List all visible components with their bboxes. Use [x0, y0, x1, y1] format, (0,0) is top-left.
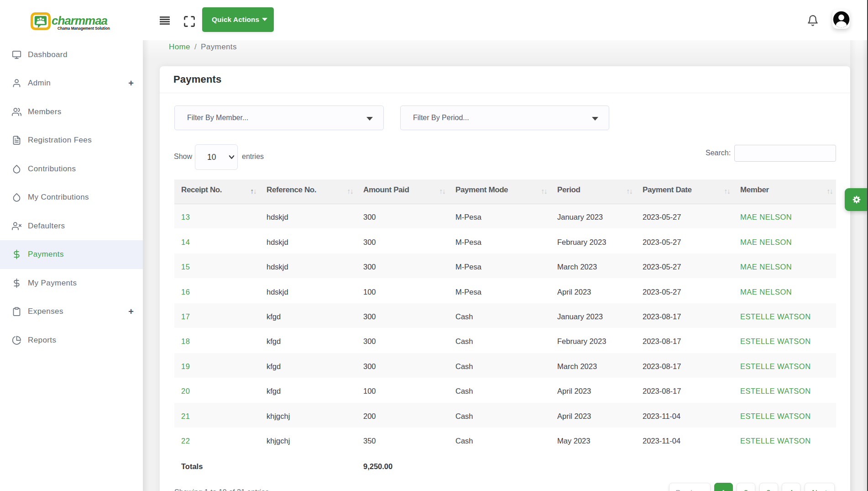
svg-text:charmmaa: charmmaa [52, 14, 108, 27]
svg-text:Chama Management Solution: Chama Management Solution [58, 26, 110, 31]
